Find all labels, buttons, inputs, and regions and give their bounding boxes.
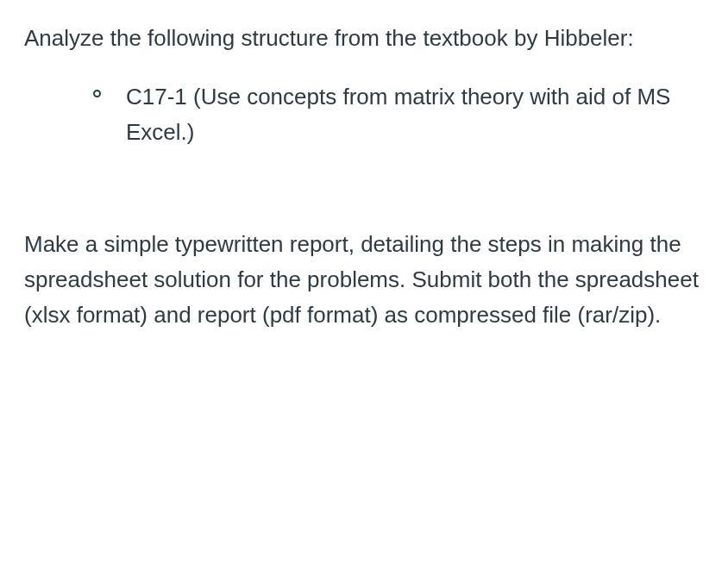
- circle-bullet-icon: [93, 90, 101, 97]
- list-item: C17-1 (Use concepts from matrix theory w…: [93, 79, 704, 149]
- problem-list: C17-1 (Use concepts from matrix theory w…: [24, 79, 704, 149]
- closing-paragraph: Make a simple typewritten report, detail…: [24, 227, 704, 333]
- intro-paragraph: Analyze the following structure from the…: [24, 21, 704, 55]
- list-item-text: C17-1 (Use concepts from matrix theory w…: [126, 84, 670, 144]
